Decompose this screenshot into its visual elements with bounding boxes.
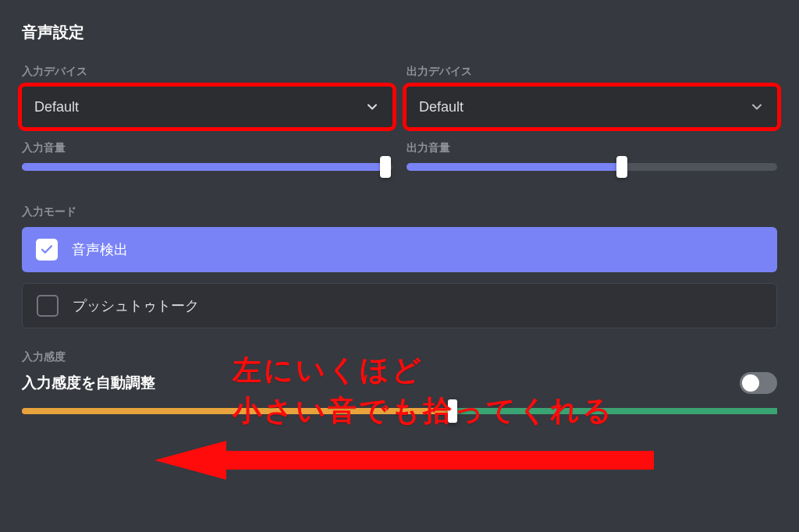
- output-device-select[interactable]: Default: [407, 87, 777, 127]
- input-device-label: 入力デバイス: [22, 65, 392, 79]
- output-device-value: Default: [419, 99, 463, 115]
- checkbox-checked-icon: [36, 239, 58, 261]
- checkbox-unchecked-icon: [37, 295, 59, 317]
- input-sensitivity-slider[interactable]: [22, 408, 777, 414]
- input-volume-slider[interactable]: [22, 163, 392, 171]
- push-to-talk-label: プッシュトゥトーク: [73, 296, 199, 315]
- chevron-down-icon: [364, 99, 380, 115]
- output-device-label: 出力デバイス: [407, 65, 777, 79]
- input-sensitivity-label: 入力感度: [22, 350, 777, 364]
- chevron-down-icon: [749, 99, 765, 115]
- input-device-select[interactable]: Default: [22, 87, 392, 127]
- input-device-value: Default: [34, 99, 79, 115]
- slider-thumb[interactable]: [616, 156, 627, 178]
- voice-activity-option[interactable]: 音声検出: [22, 227, 777, 272]
- output-volume-slider[interactable]: [407, 163, 777, 171]
- auto-sensitivity-label: 入力感度を自動調整: [22, 373, 155, 393]
- toggle-knob: [742, 374, 759, 392]
- push-to-talk-option[interactable]: プッシュトゥトーク: [22, 283, 777, 328]
- slider-thumb[interactable]: [380, 156, 391, 178]
- voice-activity-label: 音声検出: [72, 240, 128, 259]
- annotation-arrow-icon: [154, 441, 654, 480]
- svg-marker-0: [154, 441, 654, 480]
- auto-sensitivity-toggle[interactable]: [740, 372, 777, 394]
- input-mode-label: 入力モード: [22, 205, 777, 219]
- slider-thumb[interactable]: [448, 399, 457, 423]
- input-volume-label: 入力音量: [22, 141, 392, 155]
- page-title: 音声設定: [22, 22, 777, 43]
- output-volume-label: 出力音量: [407, 141, 777, 155]
